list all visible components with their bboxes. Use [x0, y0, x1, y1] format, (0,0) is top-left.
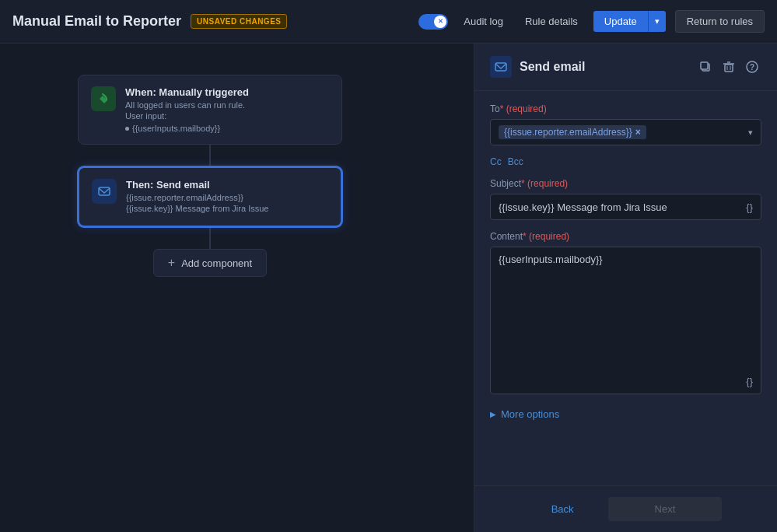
- svg-rect-4: [725, 65, 733, 72]
- more-options-toggle[interactable]: ▶ More options: [490, 405, 761, 423]
- flow-canvas[interactable]: When: Manually triggered All logged in u…: [0, 44, 474, 532]
- subject-label: Subject* (required): [490, 178, 761, 189]
- content-input[interactable]: {{userInputs.mailbody}} {}: [490, 247, 761, 394]
- to-dropdown-arrow[interactable]: ▾: [748, 128, 753, 138]
- rule-details-link[interactable]: Rule details: [519, 12, 584, 30]
- main-content: When: Manually triggered All logged in u…: [0, 44, 777, 532]
- update-dropdown-button[interactable]: ▾: [648, 11, 666, 32]
- subject-braces-button[interactable]: {}: [746, 201, 753, 213]
- svg-rect-0: [99, 187, 110, 195]
- trigger-input-item: {{userInputs.mailbody}}: [125, 124, 249, 133]
- copy-panel-button[interactable]: [696, 58, 715, 76]
- update-button[interactable]: Update: [593, 11, 648, 32]
- return-to-rules-button[interactable]: Return to rules: [675, 10, 765, 33]
- toggle-switch[interactable]: ✕: [418, 14, 448, 30]
- content-label: Content* (required): [490, 231, 761, 242]
- trigger-sublabel2: User input:: [125, 111, 249, 121]
- update-button-group: Update ▾: [593, 11, 666, 32]
- svg-rect-1: [495, 63, 506, 71]
- page-title: Manual Email to Reporter: [12, 13, 181, 30]
- panel-body: To* (required) {{issue.reporter.emailAdd…: [474, 91, 777, 485]
- cc-link[interactable]: Cc: [490, 156, 502, 167]
- delete-panel-button[interactable]: [719, 58, 738, 76]
- back-button[interactable]: Back: [530, 497, 596, 521]
- panel-email-icon: [490, 56, 512, 78]
- flow-connector-2: [209, 227, 211, 249]
- to-label: To* (required): [490, 103, 761, 114]
- to-tag[interactable]: {{issue.reporter.emailAddress}} ×: [499, 125, 646, 139]
- subject-field-group: Subject* (required) {{issue.key}} Messag…: [490, 178, 761, 220]
- rule-toggle[interactable]: ✕: [418, 14, 448, 30]
- audit-log-link[interactable]: Audit log: [457, 12, 509, 30]
- plus-icon: +: [168, 256, 175, 270]
- svg-rect-3: [701, 62, 708, 69]
- action-sublabel2: {{issue.key}} Message from Jira Issue: [126, 204, 268, 213]
- cc-bcc-row: Cc Bcc: [490, 156, 761, 167]
- action-node[interactable]: Then: Send email {{issue.reporter.emailA…: [78, 166, 342, 227]
- next-button[interactable]: Next: [608, 497, 723, 521]
- bcc-link[interactable]: Bcc: [508, 156, 523, 167]
- action-label: Then: Send email: [126, 179, 268, 191]
- flow-container: When: Manually triggered All logged in u…: [78, 75, 342, 277]
- to-input[interactable]: {{issue.reporter.emailAddress}} × ▾: [490, 119, 761, 145]
- help-panel-button[interactable]: ?: [743, 58, 761, 76]
- app-header: Manual Email to Reporter UNSAVED CHANGES…: [0, 0, 777, 44]
- panel-actions: ?: [696, 58, 761, 76]
- trigger-icon: [91, 86, 116, 111]
- action-sublabel1: {{issue.reporter.emailAddress}}: [126, 193, 268, 202]
- content-field-group: Content* (required) {{userInputs.mailbod…: [490, 231, 761, 394]
- chevron-right-icon: ▶: [490, 410, 496, 418]
- panel-footer: Back Next: [474, 485, 777, 532]
- svg-text:?: ?: [750, 63, 754, 72]
- action-icon: [92, 179, 117, 204]
- toggle-knob: ✕: [434, 16, 446, 28]
- subject-input[interactable]: {{issue.key}} Message from Jira Issue {}: [490, 194, 761, 220]
- to-field-group: To* (required) {{issue.reporter.emailAdd…: [490, 103, 761, 145]
- trigger-node[interactable]: When: Manually triggered All logged in u…: [78, 75, 342, 145]
- panel-title: Send email: [520, 60, 688, 74]
- flow-connector-1: [209, 145, 211, 166]
- trigger-sublabel1: All logged in users can run rule.: [125, 100, 249, 110]
- content-braces-button[interactable]: {}: [746, 376, 753, 387]
- panel-header: Send email: [474, 44, 777, 91]
- right-panel: Send email: [474, 44, 777, 532]
- unsaved-badge: UNSAVED CHANGES: [191, 14, 287, 29]
- add-component-button[interactable]: + Add component: [153, 249, 267, 277]
- trigger-label: When: Manually triggered: [125, 86, 249, 98]
- to-tag-remove[interactable]: ×: [635, 127, 641, 138]
